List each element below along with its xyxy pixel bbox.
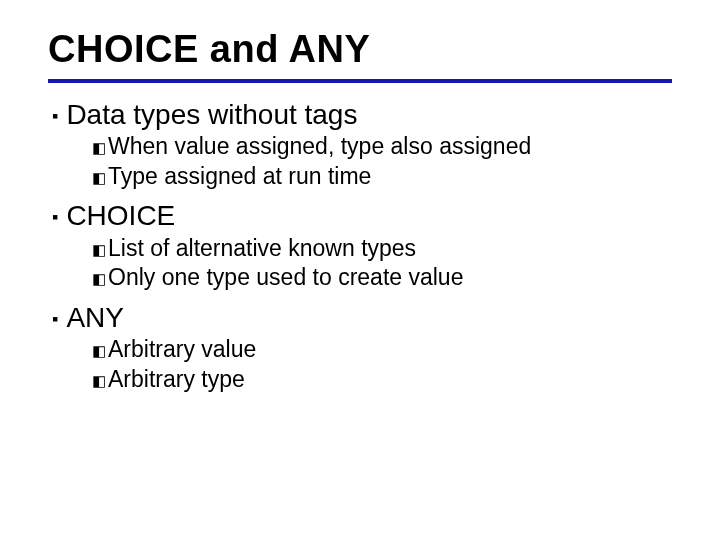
bullet-lvl2: ◧ List of alternative known types [92,235,672,263]
slide-content: ▪ Data types without tags ◧ When value a… [48,99,672,393]
square-bullet-icon: ▪ [52,107,58,125]
sub-bullet-text: Arbitrary value [108,336,256,364]
slide-title: CHOICE and ANY [48,28,672,71]
sub-bullet-text: When value assigned, type also assigned [108,133,531,161]
bullet-lvl2: ◧ Arbitrary type [92,366,672,394]
title-rule [48,79,672,83]
square-bullet-icon: ▪ [52,208,58,226]
bullet-lvl1: ▪ ANY [52,302,672,334]
bullet-text: ANY [66,302,124,334]
bullet-lvl2: ◧ Only one type used to create value [92,264,672,292]
bullet-lvl2: ◧ Type assigned at run time [92,163,672,191]
sub-bullet-text: Arbitrary type [108,366,245,394]
sub-bullet-group: ◧ List of alternative known types ◧ Only… [92,235,672,292]
sub-bullet-group: ◧ Arbitrary value ◧ Arbitrary type [92,336,672,393]
box-bullet-icon: ◧ [92,140,106,155]
bullet-text: CHOICE [66,200,175,232]
bullet-lvl2: ◧ Arbitrary value [92,336,672,364]
box-bullet-icon: ◧ [92,343,106,358]
slide: CHOICE and ANY ▪ Data types without tags… [0,0,720,540]
bullet-lvl1: ▪ CHOICE [52,200,672,232]
sub-bullet-text: Type assigned at run time [108,163,371,191]
sub-bullet-group: ◧ When value assigned, type also assigne… [92,133,672,190]
sub-bullet-text: Only one type used to create value [108,264,463,292]
box-bullet-icon: ◧ [92,170,106,185]
bullet-lvl1: ▪ Data types without tags [52,99,672,131]
bullet-lvl2: ◧ When value assigned, type also assigne… [92,133,672,161]
box-bullet-icon: ◧ [92,271,106,286]
bullet-text: Data types without tags [66,99,357,131]
box-bullet-icon: ◧ [92,373,106,388]
sub-bullet-text: List of alternative known types [108,235,416,263]
box-bullet-icon: ◧ [92,242,106,257]
square-bullet-icon: ▪ [52,310,58,328]
